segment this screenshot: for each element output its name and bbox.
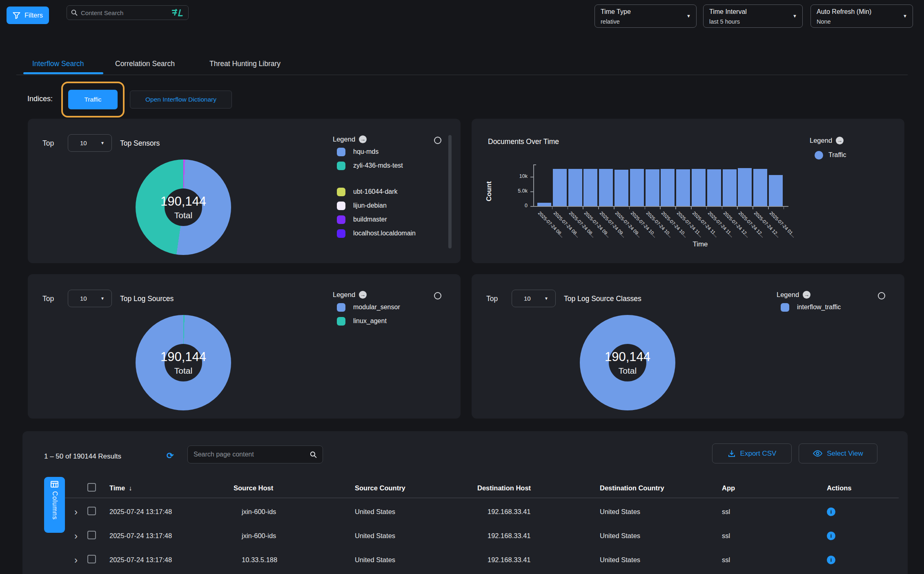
legend-toggle-circle-icon[interactable] — [434, 137, 441, 144]
legend-expand-arrow-icon[interactable]: → — [803, 291, 810, 299]
x-axis-label: 2025-07-24 08... — [568, 211, 596, 238]
info-icon[interactable]: i — [827, 532, 835, 540]
legend-header: Legend → — [333, 135, 367, 143]
legend-label: linux_agent — [353, 317, 387, 325]
legend-item-Traffic[interactable]: Traffic — [815, 149, 846, 161]
tab-correlation-search[interactable]: Correlation Search — [115, 60, 175, 68]
bar-2025-07-24 08...[interactable] — [537, 203, 551, 206]
legend-item-lijun-debian[interactable]: lijun-debian — [337, 199, 416, 213]
chevron-down-icon: ▼ — [100, 141, 105, 145]
select-all-checkbox[interactable] — [87, 483, 96, 492]
legend-scrollbar[interactable] — [448, 135, 452, 248]
row-checkbox[interactable] — [87, 531, 96, 539]
info-icon[interactable]: i — [827, 556, 835, 564]
bar-2025-07-24 10...[interactable] — [630, 169, 644, 206]
search-icon — [71, 9, 78, 16]
bar-2025-07-24 12...[interactable] — [753, 169, 767, 206]
donut-total-label: Total — [160, 366, 206, 376]
columns-button[interactable]: Columns — [44, 477, 65, 533]
row-checkbox-cell — [87, 531, 109, 541]
time-interval-dropdown[interactable]: Time Interval last 5 hours ▼ — [703, 4, 803, 28]
legend-expand-arrow-icon[interactable]: → — [359, 291, 367, 299]
bar-2025-07-24 11...[interactable] — [676, 169, 690, 206]
table-header-row: Time↓ Source Host Source Country Destina… — [22, 479, 908, 498]
bar-2025-07-24 12...[interactable] — [723, 169, 737, 206]
header-destination-country[interactable]: Destination Country — [600, 484, 722, 492]
legend-item-zyli-436-mds-test[interactable]: zyli-436-mds-test — [337, 159, 416, 173]
legend-swatch — [337, 229, 345, 238]
top-log-sources-donut[interactable]: 190,144 Total — [136, 315, 231, 410]
legend-item-hqu-mds[interactable]: hqu-mds — [337, 145, 416, 159]
x-axis-tick — [598, 206, 599, 209]
bar-2025-07-24 11...[interactable] — [707, 169, 721, 206]
bar-2025-07-24 10...[interactable] — [661, 169, 675, 206]
content-search-input[interactable]: Content Search — [67, 5, 189, 20]
table-row[interactable]: ›2025-07-24 13:17:48jxin-600-idsUnited S… — [22, 500, 908, 524]
bar-2025-07-24 08...[interactable] — [568, 169, 582, 206]
legend-label: lijun-debian — [353, 202, 387, 209]
auto-refresh-value: None — [817, 18, 831, 25]
table-row[interactable]: ›2025-07-24 13:17:4810.33.5.188United St… — [22, 548, 908, 572]
auto-refresh-dropdown[interactable]: Auto Refresh (Min) None ▼ — [810, 4, 913, 28]
header-destination-host[interactable]: Destination Host — [477, 484, 600, 492]
legend-item-interflow_traffic[interactable]: interflow_traffic — [781, 300, 841, 314]
bar-2025-07-24 09...[interactable] — [615, 170, 628, 206]
x-axis-label: 2025-07-24 09... — [615, 211, 642, 238]
legend-item-localhost.localdomain[interactable]: localhost.localdomain — [337, 226, 416, 240]
legend-title: Legend — [810, 137, 832, 144]
page-search-input[interactable]: Search page content — [187, 445, 323, 463]
bar-2025-07-24 08...[interactable] — [553, 169, 567, 206]
row-expand-chevron[interactable]: › — [74, 531, 87, 541]
row-checkbox[interactable] — [87, 507, 96, 515]
legend-item-buildmaster[interactable]: buildmaster — [337, 213, 416, 226]
tab-interflow-search[interactable]: Interflow Search — [32, 60, 84, 68]
top-sensors-count-select[interactable]: 10 ▼ — [68, 134, 112, 152]
bar-2025-07-24 01...[interactable] — [769, 175, 783, 206]
bar-2025-07-24 10...[interactable] — [646, 169, 659, 206]
x-axis-label: 2025-07-24 08... — [552, 211, 580, 238]
top-log-source-classes-count-select[interactable]: 10 ▼ — [512, 290, 556, 307]
results-summary: 1 – 50 of 190144 Results — [44, 452, 121, 461]
legend-toggle-circle-icon[interactable] — [434, 292, 441, 299]
bar-2025-07-24 09...[interactable] — [583, 169, 597, 206]
export-csv-button[interactable]: Export CSV — [712, 443, 792, 463]
legend-item-modular_sensor[interactable]: modular_sensor — [337, 300, 400, 314]
bar-2025-07-24 11...[interactable] — [692, 169, 706, 206]
top-log-sources-count-select[interactable]: 10 ▼ — [68, 290, 112, 307]
select-view-button[interactable]: Select View — [799, 443, 877, 463]
legend-label: modular_sensor — [353, 304, 400, 311]
tab-threat-hunting-library[interactable]: Threat Hunting Library — [209, 60, 281, 68]
filters-button[interactable]: Filters — [7, 7, 49, 24]
eye-icon — [813, 450, 822, 457]
header-source-country[interactable]: Source Country — [355, 484, 477, 492]
header-source-host[interactable]: Source Host — [234, 484, 355, 492]
row-expand-chevron[interactable]: › — [74, 555, 87, 565]
time-type-dropdown[interactable]: Time Type relative ▼ — [594, 4, 697, 28]
header-app[interactable]: App — [722, 484, 827, 492]
table-row[interactable]: ›2025-07-24 13:17:48jxin-600-idsUnited S… — [22, 524, 908, 548]
legend-toggle-circle-icon[interactable] — [878, 292, 885, 299]
row-checkbox[interactable] — [87, 555, 96, 563]
top-sensors-donut[interactable]: 190,144 Total — [136, 160, 231, 255]
header-time[interactable]: Time↓ — [109, 484, 234, 492]
legend-item-ubt-16044-dark[interactable]: ubt-16044-dark — [337, 185, 416, 199]
legend-expand-arrow-icon[interactable]: → — [359, 135, 367, 143]
cell-app: ssl — [722, 508, 827, 516]
y-axis-cap — [533, 164, 536, 165]
legend-expand-arrow-icon[interactable]: → — [836, 137, 844, 144]
refresh-icon[interactable]: ⟳ — [167, 451, 174, 461]
x-axis-label: 2025-07-24 09... — [599, 211, 627, 238]
row-expand-chevron[interactable]: › — [74, 507, 87, 517]
traffic-index-button[interactable]: Traffic — [68, 90, 118, 109]
top-log-source-classes-donut[interactable]: 190,144 Total — [580, 315, 675, 410]
open-interflow-dictionary-button[interactable]: Open Interflow Dictionary — [130, 91, 232, 109]
y-axis-line — [533, 164, 534, 206]
cell-source-host: jxin-600-ids — [234, 532, 355, 540]
info-icon[interactable]: i — [827, 508, 835, 516]
interflow-search-page: Filters Content Search Time Type relativ… — [0, 0, 924, 574]
bar-2025-07-24 12...[interactable] — [738, 168, 752, 206]
legend-item-linux_agent[interactable]: linux_agent — [337, 314, 400, 328]
bar-2025-07-24 09...[interactable] — [599, 169, 613, 206]
cell-destination-country: United States — [600, 508, 722, 516]
cell-source-country: United States — [355, 508, 477, 516]
